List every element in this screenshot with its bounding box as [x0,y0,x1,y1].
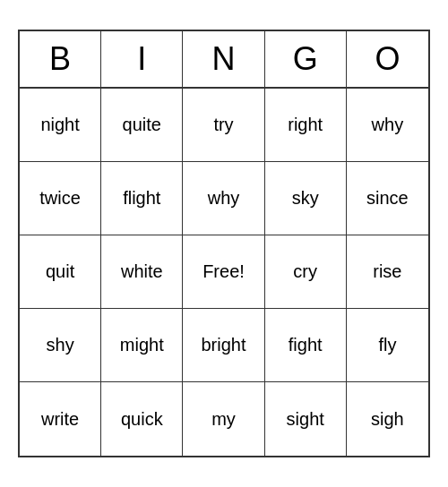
bingo-cell-1[interactable]: quite [101,89,183,162]
header-letter-g: G [265,31,347,87]
bingo-cell-15[interactable]: shy [20,309,101,382]
header-letter-n: N [183,31,264,87]
header-letter-b: B [20,31,101,87]
bingo-cell-4[interactable]: why [347,89,428,162]
bingo-cell-0[interactable]: night [20,89,101,162]
bingo-cell-3[interactable]: right [265,89,347,162]
bingo-cell-8[interactable]: sky [265,162,347,235]
bingo-grid: nightquitetryrightwhytwiceflightwhyskysi… [20,89,428,456]
bingo-card: BINGO nightquitetryrightwhytwiceflightwh… [18,30,430,457]
bingo-cell-24[interactable]: sigh [347,382,428,456]
bingo-cell-19[interactable]: fly [347,309,428,382]
bingo-cell-5[interactable]: twice [20,162,101,235]
bingo-cell-23[interactable]: sight [265,382,347,456]
bingo-cell-22[interactable]: my [183,382,264,456]
bingo-cell-21[interactable]: quick [101,382,183,456]
bingo-cell-2[interactable]: try [183,89,264,162]
bingo-cell-13[interactable]: cry [265,235,347,309]
header-letter-o: O [347,31,428,87]
bingo-cell-7[interactable]: why [183,162,264,235]
bingo-cell-18[interactable]: fight [265,309,347,382]
bingo-header: BINGO [20,31,428,89]
bingo-cell-20[interactable]: write [20,382,101,456]
bingo-cell-17[interactable]: bright [183,309,264,382]
bingo-cell-9[interactable]: since [347,162,428,235]
bingo-cell-12[interactable]: Free! [183,235,264,309]
bingo-cell-14[interactable]: rise [347,235,428,309]
bingo-cell-16[interactable]: might [101,309,183,382]
bingo-cell-10[interactable]: quit [20,235,101,309]
bingo-cell-6[interactable]: flight [101,162,183,235]
bingo-cell-11[interactable]: white [101,235,183,309]
header-letter-i: I [101,31,183,87]
